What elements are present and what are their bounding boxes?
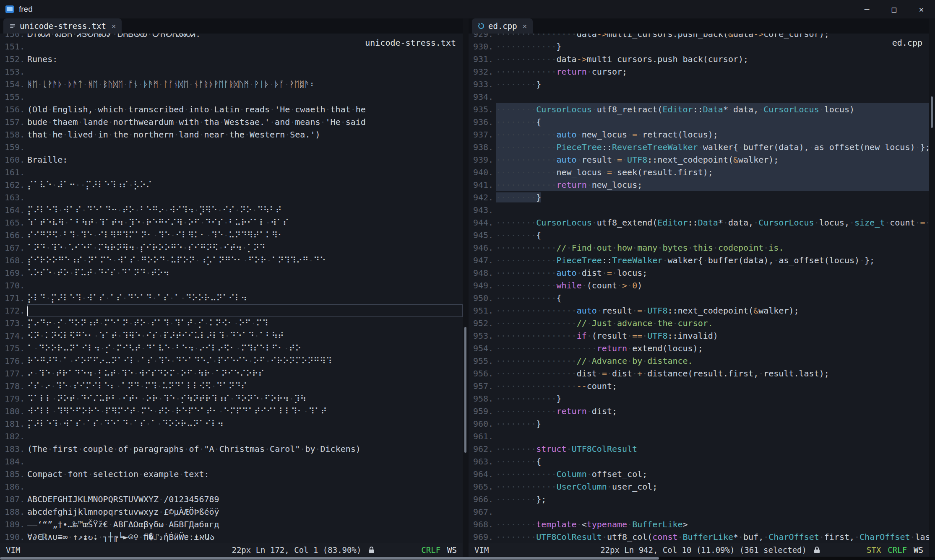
code-line[interactable]: 955.················//·Advance·by·distan… [469,355,929,367]
code-line[interactable]: 182. [0,430,463,443]
code-line[interactable]: 963.········{ [469,455,929,468]
tab-close-icon[interactable]: ✕ [523,22,527,30]
code-line[interactable]: 957.················--count; [469,380,929,392]
tab-ed-cpp[interactable]: ed.cpp ✕ [472,18,533,34]
minimize-button[interactable]: ─ [853,0,880,18]
code-line[interactable]: 174.⠪⠝·⠅⠝⠪⠇⠫⠛⠑⠂·⠱⠁⠞·⠹⠻⠑·⠊⠎·⠏⠜⠞⠊⠊⠥⠇⠜⠇⠹·⠙⠑… [0,329,463,342]
code-line[interactable]: 173.⡍⠔⠙⠖·⡊·⠙⠕⠝⠰⠞·⠍⠑⠁⠝·⠞⠕·⠎⠁⠹·⠹⠁⠞·⡊·⠅⠝⠪⠂·… [0,317,463,329]
text-editor-left[interactable]: 150.ᎠᎢᏍᏗ·ᎣᏏᏲ·ᏗᎦᏬᏂᏍᎩ·ᎠᏂᏴᏫᏯ·ᎤᏂᏬᏂᎯᏍᏗ.151.15… [0,34,463,543]
code-line[interactable]: 930.············} [469,40,929,53]
code-line[interactable]: 936.········{ [469,116,929,128]
code-line[interactable]: 962.········struct·UTF8ColResult [469,443,929,455]
line-content: Braille: [27,153,463,166]
code-line[interactable]: 187.ABCDEFGHIJKLMNOPQRSTUVWXYZ·/01234567… [0,493,463,506]
code-line[interactable]: 944.········CursorLocus·utf8_extend(Edit… [469,216,929,229]
code-line[interactable]: 949.············while·(count·>·0) [469,279,929,292]
code-line[interactable]: 933.········} [469,78,929,91]
code-line[interactable]: 180.⠺⠊⠇⠇·⠹⠻⠑⠋⠕⠗⠑·⠏⠻⠍⠊⠞·⠍⠑·⠞⠕·⠗⠑⠏⠑⠁⠞⠂·⠑⠍⠏… [0,405,463,417]
code-line[interactable]: 952.················//·Just·advance·the·… [469,317,929,329]
code-line[interactable]: 156.(Old·English,·which·transcribed·into… [0,103,463,116]
code-line[interactable]: 940.············new_locus·=·seek(result.… [469,166,929,179]
code-line[interactable]: 954.····················return·extend(lo… [469,342,929,355]
code-line[interactable]: 951.················auto·result·=·UTF8::… [469,304,929,317]
code-line[interactable]: 160.Braille: [0,153,463,166]
code-line[interactable]: 929.················data->multi_cursors.… [469,34,929,40]
line-content [27,304,463,317]
code-line[interactable]: 961. [469,430,929,443]
code-line[interactable]: 947.············PieceTree::TreeWalker·wa… [469,254,929,267]
code-line[interactable]: 184. [0,455,463,468]
code-line[interactable]: 171.⡕⠇⠙·⡍⠜⠇⠑⠹·⠺⠁⠎·⠁⠎·⠙⠑⠁⠙·⠁⠎·⠁·⠙⠕⠕⠗⠤⠝⠁⠊⠇… [0,292,463,304]
code-line[interactable]: 170. [0,279,463,292]
code-line[interactable]: 941.············return·new_locus; [469,179,929,191]
code-line[interactable]: 190.∀∂∈ℝ∧∪≡∞·↑↗↨↻⇣·┐┼╔╘►☺♀·ﬁ�⑀₂ἠḂӥẄɐː⍎אԱ… [0,531,463,543]
tab-unicode-stress-txt[interactable]: unicode-stress.txt ✕ [3,18,122,34]
code-line[interactable]: 166.⠎⠊⠛⠝⠫·⠃⠹·⠹⠑·⠊⠇⠻⠛⠹⠍⠁⠝⠂·⠹⠑·⠊⠇⠻⠅⠂·⠹⠑·⠥⠝… [0,229,463,241]
code-line[interactable]: 154.ᚻᛖ·ᚳᚹᚫᚦ·ᚦᚫᛏ·ᚻᛖ·ᛒᚢᛞᛖ·ᚩᚾ·ᚦᚫᛗ·ᛚᚪᚾᛞᛖ·ᚾᚩᚱ… [0,78,463,91]
code-line[interactable]: 168.⡎⠊⠗⠕⠕⠛⠑⠰⠎·⠝⠁⠍⠑·⠺⠁⠎·⠛⠕⠕⠙·⠥⠏⠕⠝·⠰⡡⠁⠝⠛⠑⠂… [0,254,463,267]
code-line[interactable]: 945.········{ [469,229,929,241]
code-line[interactable]: 186. [0,480,463,493]
code-line[interactable]: 183.(The·first·couple·of·paragraphs·of·"… [0,443,463,455]
code-line[interactable]: 937.············auto·new_locus·=·retract… [469,128,929,141]
code-line[interactable]: 935.········CursorLocus·utf8_retract(Edi… [469,103,929,116]
code-line[interactable]: 165.⠱⠁⠞⠑⠧⠻·⠁⠃⠳⠞·⠹⠁⠞⠲·⡹⠑·⠗⠑⠛⠊⠌⠻·⠕⠋·⠙⠊⠎·⠃⠥… [0,216,463,229]
left-scrollbar-thumb[interactable] [464,327,466,453]
right-scrollbar-thumb[interactable] [931,96,933,128]
code-line[interactable]: 938.············PieceTree::ReverseTreeWa… [469,141,929,153]
horizontal-scrollbar-thumb[interactable] [0,557,659,560]
horizontal-scrollbar[interactable] [0,557,935,560]
code-line[interactable]: 969.········UTF8ColResult·utf8_col(const… [469,531,929,543]
title-bar: fred ─ □ ✕ [0,0,935,18]
code-line[interactable]: 931.············data->multi_cursors.push… [469,53,929,65]
code-line[interactable]: 164.⡍⠜⠇⠑⠹·⠺⠁⠎·⠙⠑⠁⠙⠒·⠞⠕·⠃⠑⠛⠔·⠺⠊⠹⠲·⡹⠻⠑·⠊⠎·… [0,204,463,216]
code-line[interactable]: 153. [0,65,463,78]
code-line[interactable]: 964.············Column·offset_col; [469,468,929,480]
code-line[interactable]: 932.············return·cursor; [469,65,929,78]
code-line[interactable]: 942.········} [469,191,929,204]
code-line[interactable]: 939.············auto·result·=·UTF8::next… [469,153,929,166]
text-editor-right[interactable]: 929.················data->multi_cursors.… [469,34,929,543]
left-scrollbar[interactable] [463,18,469,557]
code-line[interactable]: 946.············//·Find·out·how·many·byt… [469,241,929,254]
code-line[interactable]: 943. [469,204,929,216]
code-line[interactable]: 155. [0,91,463,103]
tab-close-icon[interactable]: ✕ [112,22,116,30]
code-line[interactable]: 158.that·he·lived·in·the·northern·land·n… [0,128,463,141]
code-line[interactable]: 968.········template·<typename·BufferLik… [469,518,929,531]
close-button[interactable]: ✕ [908,0,935,18]
code-line[interactable]: 177.⠔·⠹⠑·⠞⠗⠁⠙⠑⠲·⡃⠥⠞·⠹⠑·⠺⠊⠎⠙⠕⠍·⠕⠋·⠳⠗·⠁⠝⠊⠑… [0,367,463,380]
code-line[interactable]: 163. [0,191,463,204]
code-line[interactable]: 172. [0,304,463,317]
code-line[interactable]: 159. [0,141,463,153]
code-line[interactable]: 956.················dist·=·dist·+·distan… [469,367,929,380]
code-line[interactable]: 175.⠁·⠙⠕⠕⠗⠤⠝⠁⠊⠇⠲·⡊·⠍⠊⠣⠞·⠙⠁⠧⠑·⠃⠑⠲·⠔⠊⠇⠔⠫⠂·… [0,342,463,355]
code-line[interactable]: 958.············} [469,392,929,405]
maximize-button[interactable]: □ [880,0,908,18]
line-number: 189. [0,518,27,531]
code-line[interactable]: 169.⠡⠕⠎⠑·⠞⠕·⠏⠥⠞·⠙⠊⠎·⠙⠁⠝⠙·⠞⠕⠲ [0,267,463,279]
code-line[interactable]: 181.⡍⠜⠇⠑⠹·⠺⠁⠎·⠁⠎·⠙⠑⠁⠙·⠁⠎·⠁·⠙⠕⠕⠗⠤⠝⠁⠊⠇⠲ [0,417,463,430]
code-line[interactable]: 948.············auto·dist·=·locus; [469,267,929,279]
code-line[interactable]: 152.Runes: [0,53,463,65]
code-line[interactable]: 960.········} [469,417,929,430]
code-line[interactable]: 950.············{ [469,292,929,304]
code-line[interactable]: 161. [0,166,463,179]
code-line[interactable]: 162.⡌⠁⠧⠑·⠼⠁⠒··⡍⠜⠇⠑⠹⠰⠎·⡣⠕⠌ [0,179,463,191]
code-line[interactable]: 959.············return·dist; [469,405,929,417]
code-line[interactable]: 934. [469,91,929,103]
code-line[interactable]: 179.⠩⠁⠇⠇·⠝⠕⠞·⠙⠊⠌⠥⠗⠃·⠊⠞⠂·⠕⠗·⠹⠑·⡊⠳⠝⠞⠗⠹⠰⠎·⠙… [0,392,463,405]
code-line[interactable]: 167.⠁⠝⠙·⠹⠑·⠡⠊⠑⠋·⠍⠳⠗⠝⠻⠲·⡎⠊⠗⠕⠕⠛⠑·⠎⠊⠛⠝⠫·⠊⠞⠲… [0,241,463,254]
right-scrollbar[interactable] [929,18,935,557]
code-line[interactable]: 189.–—‘“”„†•…‰™œŠŸž€·ΑΒΓΔΩαβγδω·АБВГДабв… [0,518,463,531]
code-line[interactable]: 966.········}; [469,493,929,506]
code-line[interactable]: 188.abcdefghijklmnopqrstuvwxyz·£©µÀÆÖÞßé… [0,506,463,518]
line-content: ········} [496,78,929,91]
code-line[interactable]: 967. [469,506,929,518]
code-line[interactable]: 185.Compact·font·selection·example·text: [0,468,463,480]
code-line[interactable]: 965.············UserColumn·user_col; [469,480,929,493]
code-line[interactable]: 953.················if·(result·==·UTF8::… [469,329,929,342]
code-line[interactable]: 178.⠊⠎·⠔·⠹⠑·⠎⠊⠍⠊⠇⠑⠆·⠁⠝⠙·⠍⠹·⠥⠝⠙⠁⠇⠇⠪⠫·⠙⠁⠝⠙… [0,380,463,392]
code-line[interactable]: 157.bude·thaem·lande·northweardum·with·t… [0,116,463,128]
code-line[interactable]: 176.⠗⠑⠛⠜⠙·⠁·⠊⠕⠋⠋⠔⠤⠝⠁⠊⠇·⠁⠎·⠹⠑·⠙⠑⠁⠙⠑⠌·⠏⠊⠑⠊… [0,355,463,367]
